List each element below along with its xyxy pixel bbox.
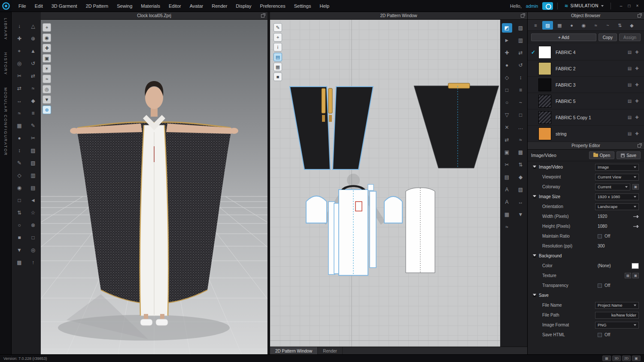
slider-icon[interactable] [633, 216, 639, 217]
transform-icon[interactable]: ⌖ [273, 33, 282, 42]
text-icon[interactable]: A [502, 197, 512, 207]
fabric-row[interactable]: ✓ FABRIC 4 ▤ ✚ [528, 44, 644, 60]
globe-view-icon[interactable]: ⊕ [43, 106, 51, 114]
fabric-row[interactable]: FABRIC 3 ▤ ✚ [528, 77, 644, 93]
menu-item[interactable]: Editor [164, 0, 185, 12]
rotate-icon[interactable]: ↺ [516, 60, 526, 70]
menu-item[interactable]: Preferences [255, 0, 289, 12]
fabric-edit-icon[interactable]: ✚ [633, 131, 641, 136]
3d-canvas[interactable]: ⌖◉✚▣☀≈◎▼⊕ [41, 20, 267, 354]
avatar-tool-icon[interactable]: △ [28, 21, 38, 31]
rail-tab[interactable]: LIBRARY [3, 18, 8, 40]
arrangement-icon[interactable]: ✚ [43, 44, 51, 52]
capture-camera-button[interactable] [542, 2, 553, 10]
popout-icon[interactable] [638, 14, 641, 18]
grid-pattern-icon[interactable]: ▦ [502, 210, 512, 219]
open-button[interactable]: Open [589, 151, 614, 159]
pressure-map-icon[interactable]: ▧ [28, 158, 38, 168]
texture-grid-icon[interactable]: ▦ [625, 273, 631, 278]
add-point-icon[interactable]: ● [502, 60, 512, 70]
seam-icon[interactable]: ⇄ [502, 135, 512, 145]
fabric-edit-icon[interactable]: ✚ [633, 99, 641, 103]
slider-icon[interactable] [633, 226, 639, 227]
copy-button[interactable]: Copy [598, 33, 617, 41]
background-color-swatch[interactable] [632, 263, 639, 269]
pleats-sew-icon[interactable]: ≈ [14, 109, 24, 118]
button-tab-icon[interactable]: ◉ [578, 21, 589, 30]
collapse-triangle-icon[interactable] [533, 254, 536, 257]
orientation-dropdown[interactable]: Landscape [595, 203, 639, 210]
grade-icon[interactable]: ▤ [502, 172, 512, 182]
binding-tool-icon[interactable]: ■ [14, 233, 24, 242]
steam-brush-icon[interactable]: ☆ [28, 208, 38, 217]
buttonhole-tool-icon[interactable]: □ [14, 196, 24, 205]
layer-icon[interactable]: ▤ [273, 53, 282, 61]
fabric-edit-icon[interactable]: ✚ [633, 82, 641, 87]
shirring-icon[interactable]: ▩ [516, 148, 526, 157]
trim-3d-icon[interactable]: ✂ [28, 133, 38, 143]
rectangle-icon[interactable]: □ [502, 85, 512, 95]
annotate-icon[interactable]: A [502, 185, 512, 194]
collapse-triangle-icon[interactable] [533, 166, 536, 169]
file-name-dropdown[interactable]: Project Name [595, 302, 639, 309]
assign-button[interactable]: Assign [619, 33, 641, 41]
view-2d-button[interactable]: 2D [622, 356, 631, 361]
zipper-tool-icon[interactable]: ⇅ [14, 208, 24, 217]
transform-pattern-icon[interactable]: ◩ [502, 23, 512, 33]
measure-2d-icon[interactable]: ↔ [516, 197, 526, 207]
fabric-edit-icon[interactable]: ✚ [633, 115, 641, 120]
fold-arrangement-icon[interactable]: ◇ [14, 171, 24, 180]
menu-item[interactable]: Settings [290, 0, 316, 12]
fabric-swatch[interactable] [538, 62, 551, 75]
menu-item[interactable]: 2D Pattern [82, 0, 113, 12]
menu-item[interactable]: Avatar [185, 0, 208, 12]
fabric-detail-icon[interactable]: ▤ [626, 66, 633, 71]
viewpoint-dropdown[interactable]: Current View [595, 174, 639, 181]
dart-icon[interactable]: ▽ [502, 110, 512, 120]
pin-tool-icon[interactable]: ◎ [14, 59, 24, 68]
target-icon[interactable]: ◎ [28, 245, 38, 255]
measure-tape-icon[interactable]: ↕ [14, 146, 24, 155]
wind-tool-icon[interactable]: ≈ [28, 84, 38, 93]
maximize-button[interactable]: □ [626, 3, 632, 9]
username-link[interactable]: admin [526, 3, 538, 9]
sewing-edit-icon[interactable]: ✂ [14, 71, 24, 81]
baseline-icon[interactable]: … [516, 123, 526, 132]
pattern-3d-sync-icon[interactable]: ▨ [516, 23, 526, 33]
unfold-icon[interactable]: ▥ [516, 36, 526, 45]
stylus-icon[interactable]: ✎ [28, 121, 38, 130]
internal-line-icon[interactable]: □ [516, 110, 526, 120]
fabric-swatch[interactable] [538, 78, 551, 91]
maintain-ratio-checkbox[interactable] [598, 234, 602, 238]
layer-tool-icon[interactable]: ▤ [28, 183, 38, 193]
button-tool-icon[interactable]: ◉ [14, 183, 24, 193]
menu-item[interactable]: Edit [30, 0, 47, 12]
pose-tool-icon[interactable]: ◆ [28, 96, 38, 106]
menu-item[interactable]: Sewing [112, 0, 137, 12]
save-html-checkbox[interactable] [598, 333, 602, 337]
menu-item[interactable]: 3D Garment [47, 0, 82, 12]
free-sew-icon[interactable]: ↔ [14, 96, 24, 106]
rail-tab[interactable]: HISTORY [3, 52, 8, 75]
info-icon[interactable]: i [273, 43, 282, 51]
mesh-icon[interactable]: ▥ [28, 171, 38, 180]
select-move-icon[interactable]: ✚ [14, 34, 24, 43]
graphic-tab-icon[interactable]: ▦ [554, 21, 565, 30]
resolution-value[interactable]: 300 [595, 244, 605, 248]
edit-pattern-icon[interactable]: ► [502, 36, 512, 45]
fabric-swatch[interactable] [538, 127, 551, 140]
align-icon[interactable]: ≡ [516, 85, 526, 95]
fabric-row[interactable]: FABRIC 2 ▤ ✚ [528, 60, 644, 77]
scale-tool-icon[interactable]: ⇄ [28, 71, 38, 81]
fabric-detail-icon[interactable]: ▤ [626, 115, 633, 120]
scene-list-icon[interactable]: ≡ [530, 21, 541, 30]
menu-item[interactable]: File [14, 0, 30, 12]
popout-icon[interactable] [638, 144, 641, 148]
rail-tab[interactable]: MODULAR CONFIGURATOR [3, 87, 8, 156]
mode-selector[interactable]: ≈ SIMULATION [562, 2, 606, 10]
zipper-2d-icon[interactable]: ⇅ [516, 160, 526, 169]
flatten-icon[interactable]: ▼ [14, 245, 24, 255]
hanger-icon[interactable]: ▲ [28, 46, 38, 56]
overlay-view-icon[interactable]: ▣ [632, 356, 641, 361]
trace-icon[interactable]: ▣ [502, 148, 512, 157]
